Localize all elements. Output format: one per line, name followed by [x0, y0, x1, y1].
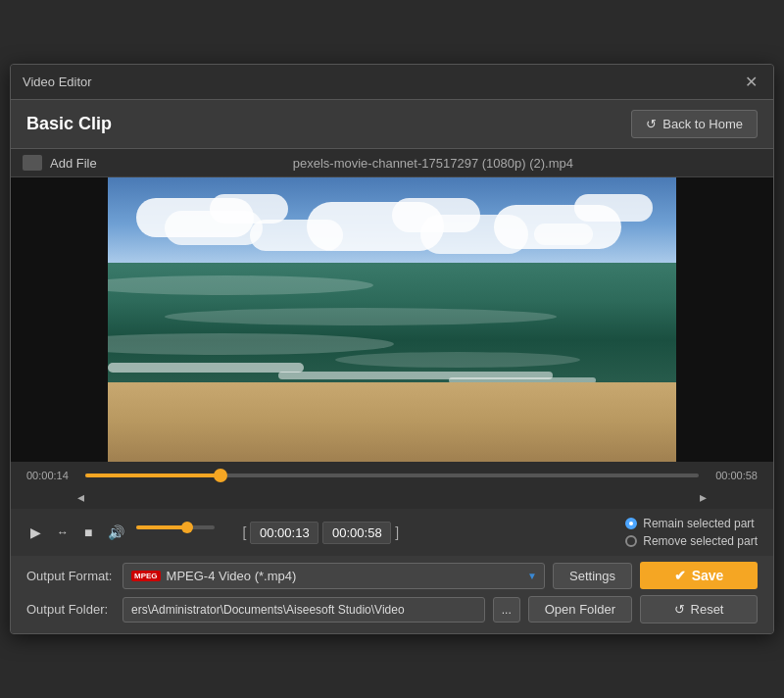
dropdown-arrow-icon: ▼ — [527, 571, 537, 581]
video-preview-area — [11, 177, 773, 462]
window-title: Video Editor — [23, 75, 92, 89]
bracket-open: [ — [242, 524, 246, 540]
format-row: Output Format: MPEG MPEG-4 Video (*.mp4)… — [26, 562, 758, 589]
main-window: Video Editor ✕ Basic Clip ↺ Back to Home… — [10, 64, 774, 634]
action-buttons: ✔ Save — [640, 562, 758, 589]
toolbar: Add File pexels-movie-channet-17517297 (… — [11, 149, 773, 177]
folder-row: Output Folder: ers\Administrator\Documen… — [26, 595, 758, 623]
check-icon: ✔ — [674, 568, 686, 583]
timecode-start-input[interactable]: 00:00:13 — [250, 522, 318, 544]
timecode-group: [ 00:00:13 00:00:58 ] — [242, 522, 399, 544]
mpeg-icon: MPEG — [131, 571, 161, 581]
title-bar: Video Editor ✕ — [11, 65, 773, 100]
mute-button[interactable]: 🔊 — [104, 523, 128, 542]
controls-bar: ▶ ↔ ■ 🔊 [ 00:00:13 00:00:58 ] Remain sel… — [11, 509, 773, 556]
timeline-thumb[interactable] — [214, 469, 227, 482]
timecode-end-input[interactable]: 00:00:58 — [322, 522, 391, 544]
output-rows: Output Format: MPEG MPEG-4 Video (*.mp4)… — [26, 562, 758, 623]
remain-label: Remain selected part — [643, 517, 754, 530]
add-file-icon — [23, 155, 42, 171]
remove-radio-dot[interactable] — [625, 535, 637, 547]
time-start-label: 00:00:14 — [26, 470, 77, 481]
cloud — [574, 194, 653, 222]
file-name-label: pexels-movie-channet-17517297 (1080p) (2… — [293, 156, 573, 171]
bracket-close: ] — [395, 524, 399, 540]
save-button[interactable]: ✔ Save — [640, 562, 758, 589]
format-select-wrapper: MPEG MPEG-4 Video (*.mp4) ▼ — [122, 563, 545, 589]
remain-radio-dot[interactable] — [625, 518, 637, 529]
wave — [165, 308, 557, 325]
cloud — [534, 224, 593, 245]
refresh-icon: ↺ — [646, 117, 657, 131]
format-dropdown[interactable]: MPEG MPEG-4 Video (*.mp4) ▼ — [122, 563, 545, 589]
reset-col: ↺ Reset — [640, 595, 758, 623]
loop-button[interactable]: ↔ — [53, 524, 73, 541]
format-value: MPEG-4 Video (*.mp4) — [167, 569, 297, 583]
folder-label: Output Folder: — [26, 602, 115, 617]
open-folder-button[interactable]: Open Folder — [528, 596, 632, 623]
reset-icon: ↺ — [674, 602, 685, 617]
remove-label: Remove selected part — [643, 534, 758, 548]
close-button[interactable]: ✕ — [741, 73, 761, 91]
sand-bg — [108, 382, 676, 462]
folder-path-display: ers\Administrator\Documents\Aiseesoft St… — [122, 597, 485, 623]
volume-slider[interactable] — [136, 525, 215, 539]
back-to-home-button[interactable]: ↺ Back to Home — [631, 110, 758, 138]
trim-right-handle[interactable]: ▸ — [700, 489, 707, 505]
stop-button[interactable]: ■ — [80, 523, 96, 542]
foam — [108, 363, 304, 373]
page-title: Basic Clip — [26, 114, 112, 134]
header-bar: Basic Clip ↺ Back to Home — [11, 100, 773, 149]
browse-button[interactable]: ... — [493, 597, 520, 623]
trim-left-handle[interactable]: ◂ — [77, 489, 84, 505]
remove-selected-option[interactable]: Remove selected part — [625, 534, 758, 548]
cloud — [165, 211, 263, 245]
time-end-label: 00:00:58 — [707, 470, 758, 481]
video-frame — [108, 177, 676, 462]
remain-selected-option[interactable]: Remain selected part — [625, 517, 758, 530]
play-button[interactable]: ▶ — [26, 523, 45, 542]
output-area: Output Format: MPEG MPEG-4 Video (*.mp4)… — [11, 556, 773, 633]
timeline-filled — [85, 474, 220, 477]
ocean-bg — [108, 263, 676, 391]
timeline-slider[interactable] — [85, 474, 699, 477]
cloud — [250, 220, 343, 251]
settings-button[interactable]: Settings — [553, 563, 632, 589]
wave — [108, 275, 373, 295]
timeline-bar: 00:00:14 00:00:58 — [11, 462, 773, 489]
trim-handles-row: ◂ ▸ — [11, 489, 773, 509]
wave — [108, 333, 394, 355]
wave — [335, 352, 580, 368]
add-file-label[interactable]: Add File — [50, 156, 97, 171]
selection-radio-group: Remain selected part Remove selected par… — [625, 517, 758, 548]
format-label: Output Format: — [26, 569, 115, 583]
reset-button[interactable]: ↺ Reset — [640, 595, 758, 623]
